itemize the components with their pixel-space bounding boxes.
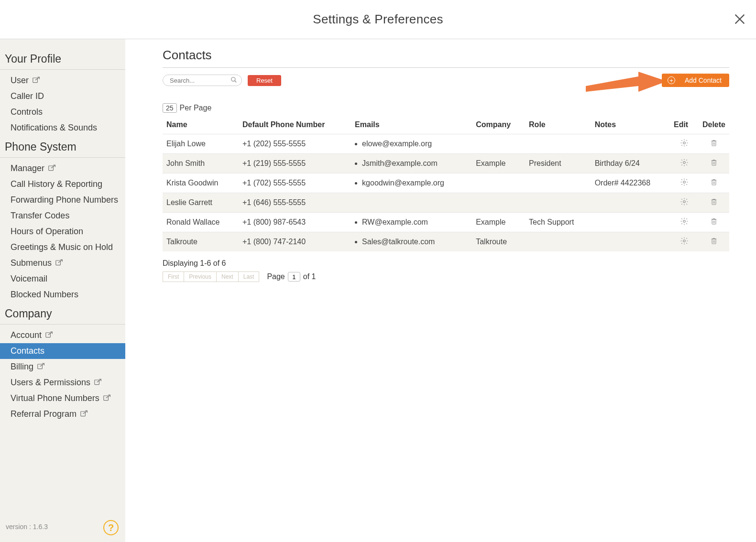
sidebar-item[interactable]: User	[0, 73, 125, 88]
cell-email: kgoodwin@example.org	[351, 173, 472, 193]
add-contact-button[interactable]: + Add Contact	[662, 74, 729, 87]
cell-phone: +1 (800) 987-6543	[239, 213, 351, 232]
add-contact-label: Add Contact	[685, 76, 722, 84]
page-input[interactable]	[288, 272, 300, 282]
sidebar-item[interactable]: Billing	[0, 359, 125, 375]
sidebar-item[interactable]: Caller ID	[0, 88, 125, 104]
sidebar-item[interactable]: Submenus	[0, 255, 125, 271]
search-icon	[230, 76, 237, 85]
external-link-icon	[103, 393, 111, 403]
sidebar-item[interactable]: Voicemail	[0, 271, 125, 287]
cell-company: Talkroute	[472, 232, 525, 252]
cell-edit	[670, 232, 699, 252]
close-icon[interactable]	[733, 12, 747, 27]
cell-email: elowe@example.org	[351, 134, 472, 154]
trash-icon[interactable]	[710, 141, 718, 149]
plus-circle-icon: +	[668, 76, 675, 84]
email-text: Jsmith@example.com	[362, 159, 438, 168]
sidebar-item[interactable]: Blocked Numbers	[0, 287, 125, 303]
cell-delete	[699, 154, 729, 173]
trash-icon[interactable]	[710, 180, 718, 188]
cell-phone: +1 (702) 555-5555	[239, 173, 351, 193]
table-row: Talkroute+1 (800) 747-2140Sales@talkrout…	[163, 232, 729, 252]
svg-point-17	[683, 162, 686, 164]
gear-icon[interactable]	[680, 180, 689, 188]
svg-point-10	[231, 77, 235, 81]
gear-icon[interactable]	[680, 219, 689, 227]
sidebar-item[interactable]: Transfer Codes	[0, 208, 125, 224]
cell-email	[351, 193, 472, 213]
sidebar-item[interactable]: Controls	[0, 104, 125, 120]
cell-name: Ronald Wallace	[163, 213, 239, 232]
cell-phone: +1 (202) 555-5555	[239, 134, 351, 154]
table-row: Krista Goodwin+1 (702) 555-5555kgoodwin@…	[163, 173, 729, 193]
sidebar-item-label: Account	[11, 330, 42, 340]
sidebar-item-label: Submenus	[11, 258, 52, 268]
gear-icon[interactable]	[680, 238, 689, 247]
contacts-table: Name Default Phone Number Emails Company…	[163, 116, 729, 251]
pager-next[interactable]: Next	[217, 271, 239, 282]
table-row: Leslie Garrett+1 (646) 555-5555	[163, 193, 729, 213]
cell-notes	[591, 193, 670, 213]
sidebar-item-label: Caller ID	[11, 91, 44, 101]
sidebar-item[interactable]: Account	[0, 327, 125, 343]
per-page-select[interactable]: 25	[163, 103, 177, 113]
reset-button[interactable]: Reset	[248, 75, 281, 86]
cell-email: Sales@talkroute.com	[351, 232, 472, 252]
sidebar-item[interactable]: Contacts	[0, 343, 125, 359]
main-panel: Contacts Reset + Add Contact 25 Per Page	[125, 39, 756, 542]
cell-edit	[670, 134, 699, 154]
cell-notes	[591, 232, 670, 252]
sidebar-item-label: Blocked Numbers	[11, 290, 78, 300]
sidebar-item[interactable]: Forwarding Phone Numbers	[0, 192, 125, 208]
email-text: Sales@talkroute.com	[362, 238, 435, 246]
sidebar-item[interactable]: Manager	[0, 161, 125, 176]
col-role: Role	[525, 116, 591, 134]
gear-icon[interactable]	[680, 160, 689, 168]
trash-icon[interactable]	[710, 238, 718, 247]
trash-icon[interactable]	[710, 160, 718, 168]
sidebar-item[interactable]: Call History & Reporting	[0, 176, 125, 192]
table-row: John Smith+1 (219) 555-5555Jsmith@exampl…	[163, 154, 729, 173]
pager: First Previous Next Last Page of 1	[163, 271, 729, 282]
divider	[163, 67, 729, 68]
cell-name: Talkroute	[163, 232, 239, 252]
external-link-icon	[55, 258, 63, 268]
sidebar-item[interactable]: Notifications & Sounds	[0, 120, 125, 136]
sidebar-item-label: Voicemail	[11, 274, 47, 284]
per-page-label: Per Page	[180, 104, 212, 112]
trash-icon[interactable]	[710, 199, 718, 207]
cell-name: John Smith	[163, 154, 239, 173]
sidebar-item[interactable]: Users & Permissions	[0, 375, 125, 390]
external-link-icon	[37, 362, 45, 372]
gear-icon[interactable]	[680, 141, 689, 149]
sidebar-heading: Company	[0, 303, 125, 325]
sidebar-item[interactable]: Greetings & Music on Hold	[0, 239, 125, 255]
cell-role	[525, 232, 591, 252]
bullet-icon	[355, 241, 357, 243]
sidebar-item-label: Referral Program	[11, 409, 77, 419]
cell-name: Leslie Garrett	[163, 193, 239, 213]
cell-email: RW@example.com	[351, 213, 472, 232]
svg-point-25	[683, 201, 686, 203]
pager-prev[interactable]: Previous	[184, 271, 217, 282]
svg-point-21	[683, 181, 686, 184]
pager-first[interactable]: First	[163, 271, 184, 282]
sidebar-item-label: Hours of Operation	[11, 227, 83, 237]
cell-role	[525, 173, 591, 193]
cell-phone: +1 (219) 555-5555	[239, 154, 351, 173]
sidebar-item[interactable]: Virtual Phone Numbers	[0, 390, 125, 406]
annotation-arrow-icon	[586, 72, 667, 96]
sidebar-item[interactable]: Hours of Operation	[0, 224, 125, 239]
trash-icon[interactable]	[710, 219, 718, 227]
sidebar-item-label: Transfer Codes	[11, 211, 69, 221]
gear-icon[interactable]	[680, 199, 689, 207]
modal-title: Settings & Preferences	[313, 12, 443, 27]
pager-last[interactable]: Last	[239, 271, 260, 282]
sidebar-item[interactable]: Referral Program	[0, 406, 125, 422]
top-bar: Settings & Preferences	[0, 0, 756, 39]
table-row: Ronald Wallace+1 (800) 987-6543RW@exampl…	[163, 213, 729, 232]
cell-name: Elijah Lowe	[163, 134, 239, 154]
bullet-icon	[355, 143, 357, 145]
help-icon[interactable]: ?	[103, 520, 119, 535]
